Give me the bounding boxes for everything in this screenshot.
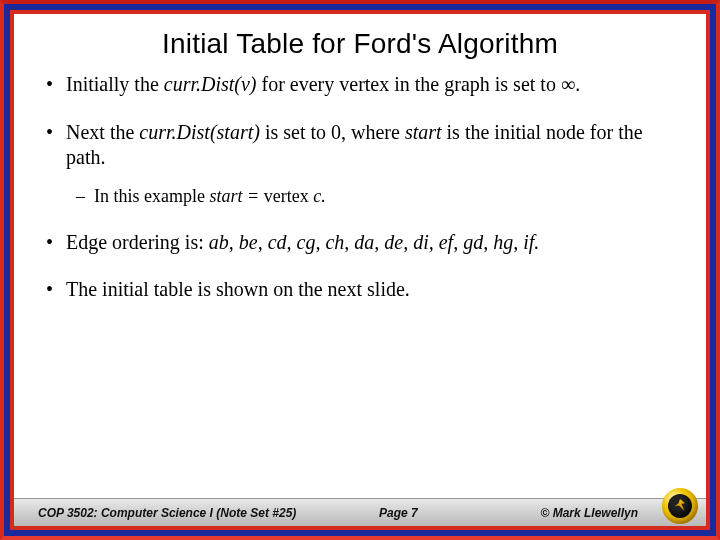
slide-frame-outer: Initial Table for Ford's Algorithm Initi…	[0, 0, 720, 540]
emphasis: curr.Dist(v)	[164, 73, 257, 95]
slide-frame-mid: Initial Table for Ford's Algorithm Initi…	[4, 4, 716, 536]
text: for every vertex in the graph is set to …	[257, 73, 581, 95]
footer: COP 3502: Computer Science I (Note Set #…	[14, 488, 706, 526]
text: In this example	[94, 186, 209, 206]
emphasis: curr.Dist(start)	[139, 121, 260, 143]
slide-frame-inner: Initial Table for Ford's Algorithm Initi…	[10, 10, 710, 530]
text: is set to 0, where	[260, 121, 405, 143]
emphasis: start =	[209, 186, 263, 206]
bullet-1: Initially the curr.Dist(v) for every ver…	[66, 72, 672, 98]
text: Initially the	[66, 73, 164, 95]
footer-page: Page 7	[256, 506, 540, 520]
text: vertex	[264, 186, 313, 206]
ucf-logo-icon	[662, 488, 698, 524]
bullet-2: Next the curr.Dist(start) is set to 0, w…	[66, 120, 672, 208]
text: Edge ordering is:	[66, 231, 209, 253]
slide-title: Initial Table for Ford's Algorithm	[14, 14, 706, 66]
footer-bar: COP 3502: Computer Science I (Note Set #…	[14, 498, 706, 526]
emphasis: ab, be, cd, cg, ch, da, de, di, ef, gd, …	[209, 231, 540, 253]
text: Next the	[66, 121, 139, 143]
emphasis: start	[405, 121, 447, 143]
text: The initial table is shown on the next s…	[66, 278, 410, 300]
emphasis: c.	[313, 186, 326, 206]
slide-body: Initially the curr.Dist(v) for every ver…	[14, 66, 706, 488]
footer-author: © Mark Llewellyn	[540, 506, 638, 520]
sub-bullet-1: In this example start = vertex c.	[94, 185, 672, 208]
bullet-3: Edge ordering is: ab, be, cd, cg, ch, da…	[66, 230, 672, 256]
bullet-4: The initial table is shown on the next s…	[66, 277, 672, 303]
